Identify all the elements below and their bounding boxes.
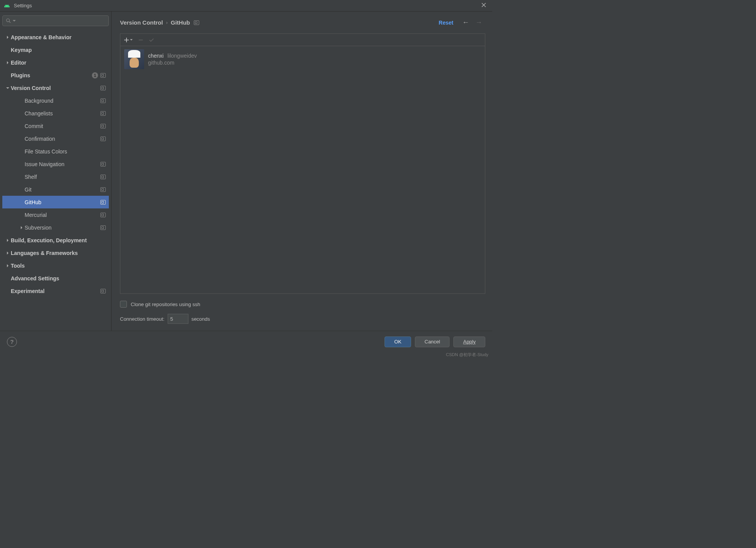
project-scope-icon bbox=[100, 137, 106, 141]
sidebar-item-languages-frameworks[interactable]: Languages & Frameworks bbox=[2, 247, 109, 259]
sidebar-item-label: Subversion bbox=[25, 225, 100, 231]
timeout-label: Connection timeout: bbox=[120, 316, 165, 322]
sidebar-item-label: Version Control bbox=[11, 85, 100, 91]
sidebar-item-background[interactable]: Background bbox=[2, 94, 109, 107]
project-scope-icon bbox=[100, 162, 106, 167]
android-logo-icon bbox=[4, 3, 10, 9]
remove-account-button bbox=[138, 37, 143, 43]
timeout-input[interactable] bbox=[168, 314, 188, 324]
window-title: Settings bbox=[14, 3, 32, 8]
chevron-down-icon bbox=[5, 86, 11, 90]
chevron-right-icon bbox=[5, 251, 11, 255]
set-default-button bbox=[149, 37, 154, 43]
sidebar-item-version-control[interactable]: Version Control bbox=[2, 82, 109, 94]
settings-sidebar: Appearance & BehaviorKeymapEditorPlugins… bbox=[0, 12, 112, 331]
sidebar-item-subversion[interactable]: Subversion bbox=[2, 221, 109, 234]
sidebar-item-build-execution-deployment[interactable]: Build, Execution, Deployment bbox=[2, 234, 109, 247]
nav-back-icon[interactable]: ← bbox=[462, 18, 469, 27]
close-icon[interactable] bbox=[479, 2, 488, 10]
project-scope-icon bbox=[100, 289, 106, 293]
add-account-button[interactable] bbox=[123, 37, 133, 43]
sidebar-item-changelists[interactable]: Changelists bbox=[2, 107, 109, 120]
ssh-checkbox[interactable] bbox=[120, 301, 127, 308]
main: Appearance & BehaviorKeymapEditorPlugins… bbox=[0, 12, 492, 331]
project-scope-icon bbox=[100, 187, 106, 192]
project-scope-icon bbox=[100, 86, 106, 90]
project-scope-icon bbox=[100, 124, 106, 128]
project-scope-icon bbox=[100, 213, 106, 217]
sidebar-item-commit[interactable]: Commit bbox=[2, 120, 109, 132]
sidebar-item-label: Commit bbox=[25, 123, 100, 129]
chevron-right-icon bbox=[18, 226, 25, 230]
nav-forward-icon: → bbox=[475, 18, 482, 27]
accounts-toolbar bbox=[120, 34, 485, 46]
account-handle: lilongweidev bbox=[167, 53, 196, 59]
sidebar-item-keymap[interactable]: Keymap bbox=[2, 43, 109, 56]
sidebar-item-label: Shelf bbox=[25, 174, 100, 180]
sidebar-item-label: Plugins bbox=[11, 72, 92, 78]
cancel-button[interactable]: Cancel bbox=[415, 336, 450, 347]
search-field[interactable] bbox=[17, 18, 105, 24]
sidebar-item-label: Background bbox=[25, 98, 100, 104]
watermark: CSDN @初学者-Study bbox=[446, 352, 488, 358]
options: Clone git repositories using ssh Connect… bbox=[120, 301, 485, 331]
search-dropdown-icon bbox=[13, 19, 16, 22]
sidebar-item-label: Tools bbox=[11, 263, 106, 269]
apply-button[interactable]: Apply bbox=[453, 336, 485, 347]
sidebar-item-confirmation[interactable]: Confirmation bbox=[2, 132, 109, 145]
sidebar-item-tools[interactable]: Tools bbox=[2, 259, 109, 272]
sidebar-item-label: Changelists bbox=[25, 110, 100, 117]
sidebar-item-advanced-settings[interactable]: Advanced Settings bbox=[2, 272, 109, 285]
project-scope-icon bbox=[194, 20, 199, 25]
sidebar-item-appearance-behavior[interactable]: Appearance & Behavior bbox=[2, 31, 109, 43]
breadcrumb-separator-icon: › bbox=[166, 20, 168, 25]
svg-line-1 bbox=[9, 22, 11, 23]
accounts-panel: chenxi lilongweidev github.com bbox=[120, 33, 485, 294]
sidebar-item-label: Editor bbox=[11, 60, 106, 66]
sidebar-item-editor[interactable]: Editor bbox=[2, 56, 109, 69]
sidebar-item-label: Confirmation bbox=[25, 136, 100, 142]
sidebar-item-file-status-colors[interactable]: File Status Colors bbox=[2, 145, 109, 158]
sidebar-item-label: GitHub bbox=[25, 199, 100, 205]
account-row[interactable]: chenxi lilongweidev github.com bbox=[120, 46, 485, 72]
sidebar-item-experimental[interactable]: Experimental bbox=[2, 285, 109, 297]
sidebar-item-label: Advanced Settings bbox=[11, 275, 106, 281]
sidebar-item-label: Keymap bbox=[11, 47, 106, 53]
sidebar-item-label: Issue Navigation bbox=[25, 161, 100, 167]
sidebar-item-label: Build, Execution, Deployment bbox=[11, 237, 106, 243]
ok-button[interactable]: OK bbox=[385, 336, 411, 347]
sidebar-item-issue-navigation[interactable]: Issue Navigation bbox=[2, 158, 109, 170]
sidebar-item-label: Experimental bbox=[11, 288, 100, 294]
titlebar: Settings bbox=[0, 0, 492, 12]
project-scope-icon bbox=[100, 73, 106, 78]
sidebar-item-git[interactable]: Git bbox=[2, 183, 109, 196]
timeout-unit: seconds bbox=[191, 316, 210, 322]
sidebar-item-shelf[interactable]: Shelf bbox=[2, 170, 109, 183]
reset-button[interactable]: Reset bbox=[439, 20, 453, 26]
content-panel: Version Control › GitHub Reset ← → bbox=[112, 12, 492, 331]
help-button[interactable]: ? bbox=[7, 337, 17, 347]
search-input[interactable] bbox=[2, 15, 109, 26]
ssh-checkbox-row[interactable]: Clone git repositories using ssh bbox=[120, 301, 485, 308]
project-scope-icon bbox=[100, 98, 106, 103]
account-server: github.com bbox=[148, 60, 197, 66]
svg-point-0 bbox=[7, 19, 10, 22]
chevron-right-icon bbox=[5, 35, 11, 39]
timeout-row: Connection timeout: seconds bbox=[120, 314, 485, 324]
project-scope-icon bbox=[100, 200, 106, 205]
project-scope-icon bbox=[100, 175, 106, 179]
chevron-right-icon bbox=[5, 264, 11, 268]
account-info: chenxi lilongweidev github.com bbox=[148, 53, 197, 66]
avatar bbox=[124, 49, 144, 69]
breadcrumb-root: Version Control bbox=[120, 19, 163, 26]
sidebar-item-mercurial[interactable]: Mercurial bbox=[2, 208, 109, 221]
sidebar-item-plugins[interactable]: Plugins1 bbox=[2, 69, 109, 82]
update-badge: 1 bbox=[92, 72, 98, 78]
account-name: chenxi bbox=[148, 53, 163, 59]
footer: ? OK Cancel Apply bbox=[0, 331, 492, 352]
chevron-right-icon bbox=[5, 61, 11, 65]
project-scope-icon bbox=[100, 111, 106, 116]
search-icon bbox=[6, 18, 11, 23]
sidebar-item-github[interactable]: GitHub bbox=[2, 196, 109, 208]
breadcrumb-leaf: GitHub bbox=[171, 19, 190, 26]
